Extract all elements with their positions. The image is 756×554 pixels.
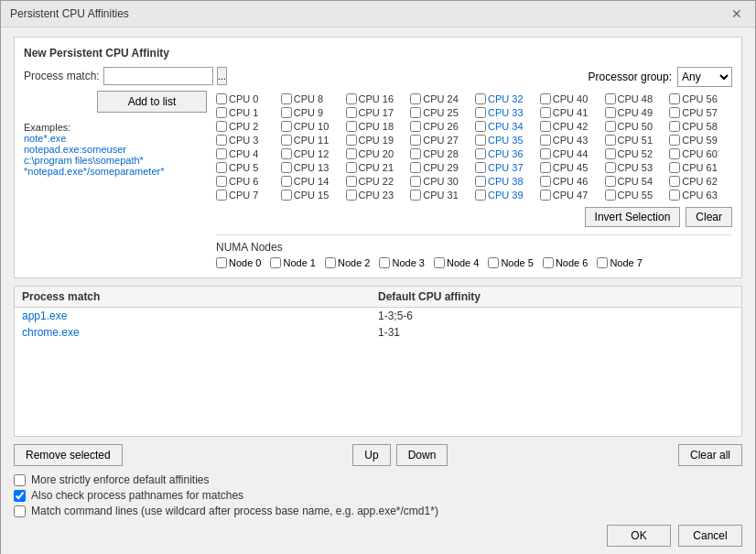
cpu-item-5: CPU 5 (216, 161, 279, 174)
numa-checkbox-5[interactable] (488, 257, 499, 268)
list-row-0[interactable]: app1.exe1-3;5-6 (15, 308, 741, 324)
cpu-checkbox-57[interactable] (669, 107, 680, 118)
cpu-checkbox-43[interactable] (540, 135, 551, 146)
cpu-checkbox-8[interactable] (281, 93, 292, 104)
cpu-checkbox-54[interactable] (605, 176, 616, 187)
list-row-1[interactable]: chrome.exe1-31 (15, 324, 741, 341)
cpu-item-55: CPU 55 (605, 189, 668, 201)
close-button[interactable]: ✕ (728, 6, 746, 21)
cpu-checkbox-19[interactable] (346, 135, 357, 146)
cpu-checkbox-9[interactable] (281, 107, 292, 118)
invert-selection-button[interactable]: Invert Selection (585, 207, 681, 227)
cpu-label-25: CPU 25 (423, 107, 459, 118)
cpu-checkbox-3[interactable] (216, 135, 227, 146)
cpu-checkbox-11[interactable] (281, 135, 292, 146)
cpu-checkbox-7[interactable] (216, 190, 227, 201)
cpu-checkbox-46[interactable] (540, 176, 551, 187)
cpu-checkbox-0[interactable] (216, 93, 227, 104)
cpu-checkbox-25[interactable] (410, 107, 421, 118)
cpu-checkbox-2[interactable] (216, 121, 227, 132)
cpu-checkbox-56[interactable] (669, 93, 680, 104)
cpu-checkbox-1[interactable] (216, 107, 227, 118)
cpu-checkbox-45[interactable] (540, 162, 551, 173)
cpu-checkbox-47[interactable] (540, 190, 551, 201)
cpu-checkbox-16[interactable] (346, 93, 357, 104)
checkbox-2[interactable] (14, 505, 26, 517)
cpu-checkbox-18[interactable] (346, 121, 357, 132)
cpu-checkbox-62[interactable] (669, 176, 680, 187)
cpu-checkbox-6[interactable] (216, 176, 227, 187)
cpu-label-14: CPU 14 (294, 176, 329, 187)
cpu-checkbox-31[interactable] (410, 190, 421, 201)
cpu-checkbox-55[interactable] (605, 190, 616, 201)
numa-checkbox-3[interactable] (379, 257, 390, 268)
cpu-item-56: CPU 56 (669, 92, 732, 105)
cpu-checkbox-15[interactable] (281, 190, 292, 201)
cpu-checkbox-33[interactable] (475, 107, 486, 118)
cpu-checkbox-60[interactable] (669, 148, 680, 159)
ok-button[interactable]: OK (607, 525, 671, 547)
cpu-checkbox-35[interactable] (475, 135, 486, 146)
cpu-checkbox-48[interactable] (605, 93, 616, 104)
cancel-button[interactable]: Cancel (678, 525, 742, 547)
cpu-checkbox-22[interactable] (346, 176, 357, 187)
cpu-checkbox-44[interactable] (540, 148, 551, 159)
processor-group-select[interactable]: Any (677, 67, 732, 87)
cpu-checkbox-14[interactable] (281, 176, 292, 187)
cpu-checkbox-26[interactable] (410, 121, 421, 132)
cpu-checkbox-27[interactable] (410, 135, 421, 146)
checkbox-0[interactable] (14, 474, 26, 486)
cpu-checkbox-59[interactable] (669, 135, 680, 146)
cpu-checkbox-40[interactable] (540, 93, 551, 104)
cpu-checkbox-4[interactable] (216, 148, 227, 159)
cpu-checkbox-13[interactable] (281, 162, 292, 173)
numa-checkbox-0[interactable] (216, 257, 227, 268)
cpu-label-11: CPU 11 (294, 135, 329, 146)
process-match-input[interactable] (103, 67, 213, 85)
add-to-list-button[interactable]: Add to list (97, 91, 207, 113)
numa-checkbox-4[interactable] (434, 257, 445, 268)
cpu-checkbox-34[interactable] (475, 121, 486, 132)
cpu-checkbox-28[interactable] (410, 148, 421, 159)
up-button[interactable]: Up (352, 444, 390, 466)
cpu-label-15: CPU 15 (294, 190, 329, 201)
cpu-checkbox-5[interactable] (216, 162, 227, 173)
cpu-checkbox-29[interactable] (410, 162, 421, 173)
cpu-item-60: CPU 60 (669, 147, 732, 160)
cpu-item-43: CPU 43 (540, 134, 603, 147)
cpu-checkbox-20[interactable] (346, 148, 357, 159)
numa-checkbox-6[interactable] (543, 257, 554, 268)
cpu-checkbox-52[interactable] (605, 148, 616, 159)
cpu-checkbox-38[interactable] (475, 176, 486, 187)
cpu-checkbox-49[interactable] (605, 107, 616, 118)
remove-selected-button[interactable]: Remove selected (14, 444, 123, 466)
clear-button[interactable]: Clear (686, 207, 732, 227)
clear-all-button[interactable]: Clear all (678, 444, 742, 466)
cpu-checkbox-24[interactable] (410, 93, 421, 104)
checkbox-1[interactable] (14, 490, 26, 502)
cpu-checkbox-21[interactable] (346, 162, 357, 173)
cpu-checkbox-32[interactable] (475, 93, 486, 104)
cpu-checkbox-12[interactable] (281, 148, 292, 159)
cpu-checkbox-10[interactable] (281, 121, 292, 132)
numa-checkbox-1[interactable] (270, 257, 281, 268)
cpu-checkbox-50[interactable] (605, 121, 616, 132)
cpu-checkbox-61[interactable] (669, 162, 680, 173)
cpu-item-33: CPU 33 (475, 106, 538, 119)
cpu-checkbox-37[interactable] (475, 162, 486, 173)
cpu-checkbox-30[interactable] (410, 176, 421, 187)
cpu-checkbox-23[interactable] (346, 190, 357, 201)
cpu-checkbox-58[interactable] (669, 121, 680, 132)
cpu-checkbox-51[interactable] (605, 135, 616, 146)
down-button[interactable]: Down (396, 444, 448, 466)
cpu-checkbox-42[interactable] (540, 121, 551, 132)
numa-checkbox-7[interactable] (597, 257, 608, 268)
cpu-checkbox-63[interactable] (669, 190, 680, 201)
cpu-label-29: CPU 29 (423, 162, 459, 173)
cpu-checkbox-53[interactable] (605, 162, 616, 173)
numa-checkbox-2[interactable] (325, 257, 336, 268)
cpu-checkbox-39[interactable] (475, 190, 486, 201)
cpu-checkbox-36[interactable] (475, 148, 486, 159)
cpu-checkbox-41[interactable] (540, 107, 551, 118)
cpu-checkbox-17[interactable] (346, 107, 357, 118)
